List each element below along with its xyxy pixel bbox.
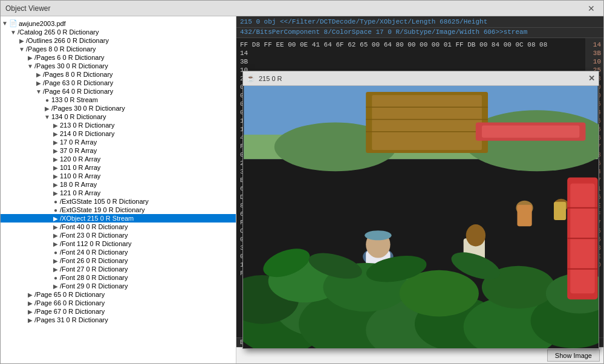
tree-expander[interactable]: ▶ (51, 258, 60, 264)
tree-item-font112[interactable]: ▶/Font 112 0 R Dictionary (1, 239, 236, 248)
tree-item-arr17[interactable]: ▶17 0 R Array (1, 138, 236, 146)
tree-expander[interactable]: ▶ (51, 139, 60, 146)
tree-expander[interactable]: ▶ (51, 148, 60, 154)
tree-expander[interactable]: ▶ (34, 80, 43, 86)
tree-node-label: /Page 65 0 R Dictionary (34, 291, 105, 298)
hex-header-line1: 215 0 obj <</Filter/DCTDecode/Type/XObje… (236, 16, 603, 28)
tree-expander[interactable]: ▶ (26, 300, 34, 307)
tree-expander[interactable]: ▶ (51, 122, 60, 129)
tree-expander[interactable]: ▶ (43, 105, 51, 112)
window-close-button[interactable]: ✕ (584, 2, 599, 15)
popup-title-text: 215 0 R (259, 75, 282, 82)
tree-item-page65[interactable]: ▶/Page 65 0 R Dictionary (1, 290, 236, 299)
tree-expander[interactable]: ● (51, 207, 60, 213)
tree-expander[interactable]: ▼ (26, 63, 34, 70)
tree-item-dict213[interactable]: ▶213 0 R Dictionary (1, 121, 236, 129)
tree-item-font23[interactable]: ▶/Font 23 0 R Dictionary (1, 231, 236, 239)
window-title: Object Viewer (5, 4, 50, 13)
popup-title-bar: ☕ 215 0 R ✕ (243, 71, 599, 86)
tree-item-pages31[interactable]: ▶/Pages 31 0 R Dictionary (1, 316, 236, 324)
tree-expander[interactable]: ▶ (51, 224, 60, 230)
tree-expander[interactable]: ▶ (51, 164, 60, 171)
tree-expander[interactable]: ▼ (43, 114, 51, 120)
tree-item-font29[interactable]: ▶/Font 29 0 R Dictionary (1, 282, 236, 290)
tree-expander[interactable]: ▶ (34, 71, 43, 78)
tree-item-pages30b[interactable]: ▶/Pages 30 0 R Dictionary (1, 104, 236, 112)
tree-node-label: /Pages 8 0 R Dictionary (43, 71, 113, 78)
tree-expander[interactable]: ▶ (51, 266, 60, 273)
popup-image-area (243, 86, 599, 348)
tree-item-font40[interactable]: ▶/Font 40 0 R Dictionary (1, 223, 236, 231)
tree-node-label: 110 0 R Array (60, 172, 100, 180)
tree-item-extgstate19[interactable]: ●/ExtGState 19 0 R Dictionary (1, 206, 236, 214)
tree-expander[interactable]: ▶ (51, 232, 60, 239)
tree-expander[interactable]: ▶ (51, 215, 60, 222)
tree-expander[interactable]: ▼ (1, 20, 9, 27)
tree-container[interactable]: ▼📄awjune2003.pdf▼/Catalog 265 0 R Dictio… (1, 16, 236, 363)
tree-expander[interactable]: ▶ (26, 308, 34, 315)
tree-node-label: 133 0 R Stream (51, 96, 98, 103)
tree-item-pages8b[interactable]: ▶/Pages 8 0 R Dictionary (1, 70, 236, 79)
tree-item-arr110[interactable]: ▶110 0 R Array (1, 172, 236, 180)
tree-expander[interactable]: ▶ (51, 181, 60, 188)
tree-expander[interactable]: ▶ (18, 37, 26, 44)
tree-item-extgstate105[interactable]: ●/ExtGState 105 0 R Dictionary (1, 197, 236, 206)
tree-item-pages30[interactable]: ▼/Pages 30 0 R Dictionary (1, 62, 236, 70)
tree-node-label: /Catalog 265 0 R Dictionary (18, 28, 99, 36)
tree-item-awjune2003[interactable]: ▼📄awjune2003.pdf (1, 19, 236, 28)
tree-expander[interactable]: ▶ (51, 241, 60, 247)
tree-expander[interactable]: ▶ (51, 283, 60, 290)
tree-expander[interactable]: ▶ (51, 173, 60, 180)
svg-rect-22 (517, 205, 531, 226)
tree-item-stream133[interactable]: ●133 0 R Stream (1, 96, 236, 104)
tree-item-font27[interactable]: ▶/Font 27 0 R Dictionary (1, 265, 236, 273)
show-image-button[interactable]: Show Image (547, 349, 600, 362)
tree-expander[interactable]: ▶ (51, 156, 60, 163)
tree-expander[interactable]: ▶ (51, 190, 60, 197)
svg-rect-15 (369, 232, 387, 238)
tree-item-font28[interactable]: ●/Font 28 0 R Dictionary (1, 273, 236, 282)
tree-expander[interactable]: ▶ (26, 291, 34, 298)
tree-expander[interactable]: ▶ (51, 131, 60, 137)
tree-item-pages8[interactable]: ▼/Pages 8 0 R Dictionary (1, 45, 236, 53)
tree-item-arr37[interactable]: ▶37 0 R Array (1, 146, 236, 155)
tree-item-page66[interactable]: ▶/Page 66 0 R Dictionary (1, 299, 236, 307)
tree-item-page63[interactable]: ▶/Page 63 0 R Dictionary (1, 79, 236, 87)
svg-rect-10 (482, 126, 579, 138)
tree-node-label: /Pages 31 0 R Dictionary (34, 316, 108, 323)
tree-expander[interactable]: ● (43, 97, 51, 103)
tree-item-font26[interactable]: ▶/Font 26 0 R Dictionary (1, 256, 236, 265)
tree-item-font24[interactable]: ●/Font 24 0 R Dictionary (1, 248, 236, 256)
tree-node-label: /Font 28 0 R Dictionary (60, 274, 128, 281)
tree-node-label: 134 0 R Dictionary (51, 113, 106, 120)
tree-expander[interactable]: ▼ (18, 46, 26, 53)
tree-node-label: awjune2003.pdf (19, 20, 66, 27)
tree-expander[interactable]: ▶ (26, 54, 34, 61)
tree-expander[interactable]: ▼ (9, 29, 18, 36)
tree-expander[interactable]: ● (51, 275, 60, 281)
tree-expander[interactable]: ▶ (26, 317, 34, 323)
tree-node-label: 121 0 R Array (60, 189, 100, 197)
tree-item-arr18[interactable]: ▶18 0 R Array (1, 180, 236, 189)
tree-item-catalog[interactable]: ▼/Catalog 265 0 R Dictionary (1, 28, 236, 36)
tree-expander[interactable]: ● (51, 198, 60, 205)
popup-close-button[interactable]: ✕ (588, 74, 595, 83)
tree-item-xobject215[interactable]: ▶/XObject 215 0 R Stream (1, 214, 236, 223)
tree-node-label: /Font 24 0 R Dictionary (60, 249, 128, 256)
tree-item-dict214[interactable]: ▶214 0 R Dictionary (1, 129, 236, 138)
tree-item-page64[interactable]: ▼/Page 64 0 R Dictionary (1, 87, 236, 96)
tree-item-page67[interactable]: ▶/Page 67 0 R Dictionary (1, 307, 236, 316)
tree-item-arr121[interactable]: ▶121 0 R Array (1, 189, 236, 197)
tree-expander[interactable]: ▼ (34, 88, 43, 95)
tree-node-label: /Pages 6 0 R Dictionary (34, 54, 105, 61)
tree-item-arr101[interactable]: ▶101 0 R Array (1, 163, 236, 172)
hex-header-line2: 432/BitsPerComponent 8/ColorSpace 17 0 R… (236, 28, 603, 38)
tree-item-arr120[interactable]: ▶120 0 R Array (1, 155, 236, 163)
tree-expander[interactable]: ● (51, 249, 60, 256)
tree-item-dict134[interactable]: ▼134 0 R Dictionary (1, 112, 236, 121)
tree-node-label: /Font 29 0 R Dictionary (60, 282, 128, 290)
tree-item-outlines[interactable]: ▶/Outlines 266 0 R Dictionary (1, 36, 236, 45)
tree-item-pages6[interactable]: ▶/Pages 6 0 R Dictionary (1, 53, 236, 62)
hex-row: 14 (240, 49, 582, 57)
tree-node-label: /Font 112 0 R Dictionary (60, 240, 132, 247)
